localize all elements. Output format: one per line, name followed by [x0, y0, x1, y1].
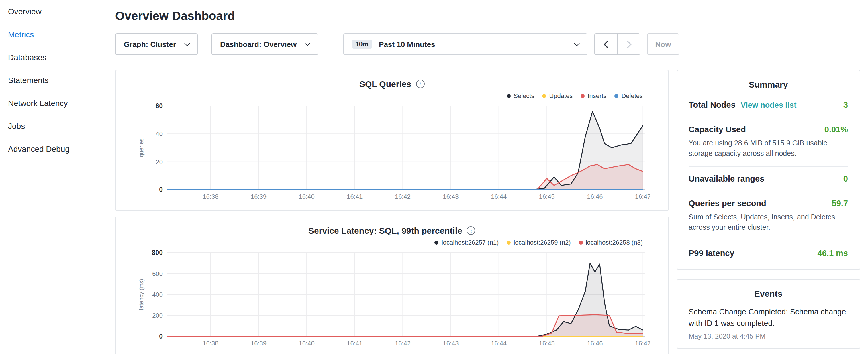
summary-row-top: P99 latency46.1 ms	[689, 248, 848, 257]
events-title: Events	[689, 288, 848, 298]
x-axis-tick-label: 16:40	[299, 193, 314, 200]
sidebar-item-jobs[interactable]: Jobs	[0, 115, 106, 137]
legend-item[interactable]: Deletes	[614, 92, 643, 99]
chart-title: SQL Queries	[359, 79, 411, 89]
x-axis-tick-label: 16:45	[539, 340, 555, 347]
summary-label: Total Nodes	[689, 100, 736, 109]
x-axis-tick-label: 16:42	[395, 193, 410, 200]
summary-value: 0	[843, 174, 848, 184]
x-axis-tick-label: 16:40	[299, 340, 314, 347]
time-back-button[interactable]	[595, 34, 617, 55]
graph-dropdown[interactable]: Graph: Cluster	[115, 33, 198, 55]
series-area	[167, 164, 643, 190]
y-axis-tick-label: 600	[152, 270, 163, 277]
time-pager	[594, 33, 640, 55]
summary-row: Total NodesView nodes list3	[689, 93, 848, 118]
y-axis-tick-label: 200	[152, 312, 163, 319]
summary-value: 59.7	[832, 199, 848, 208]
summary-value: 0.01%	[825, 125, 848, 134]
legend-item[interactable]: localhost:26259 (n2)	[507, 239, 570, 246]
controls-bar: Graph: Cluster Dashboard: Overview 10m P…	[115, 33, 860, 55]
sidebar-item-advanced-debug[interactable]: Advanced Debug	[0, 137, 106, 160]
summary-description: Sum of Selects, Updates, Inserts, and De…	[689, 212, 848, 233]
chevron-down-icon	[184, 40, 190, 46]
x-axis-tick-label: 16:47	[635, 340, 650, 347]
page-title: Overview Dashboard	[115, 9, 860, 23]
chart-panel-sql-queries: SQL Queries i SelectsUpdatesInsertsDelet…	[115, 70, 669, 211]
chart-legend: SelectsUpdatesInsertsDeletes	[125, 91, 659, 100]
sidebar-item-statements[interactable]: Statements	[0, 69, 106, 92]
graph-dropdown-label: Graph: Cluster	[124, 40, 176, 49]
sidebar-item-databases[interactable]: Databases	[0, 46, 106, 69]
x-axis-tick-label: 16:45	[539, 193, 555, 200]
summary-row-top: Queries per second59.7	[689, 199, 848, 208]
summary-row-top: Capacity Used0.01%	[689, 125, 848, 134]
x-axis-tick-label: 16:43	[443, 193, 459, 200]
summary-description: You are using 28.6 MiB of 515.9 GiB usab…	[689, 138, 848, 159]
y-axis-tick-label: 20	[156, 158, 162, 165]
x-axis-tick-label: 16:38	[203, 193, 218, 200]
y-axis-unit-label: latency (ms)	[138, 279, 145, 310]
event-timestamp: May 13, 2020 at 4:45 PM	[689, 332, 848, 340]
now-button[interactable]: Now	[647, 33, 679, 55]
legend-item[interactable]: Inserts	[581, 92, 607, 99]
legend-item[interactable]: localhost:26258 (n3)	[579, 239, 643, 246]
summary-row: Capacity Used0.01%You are using 28.6 MiB…	[689, 118, 848, 167]
summary-value: 3	[843, 100, 848, 109]
time-scale-badge: 10m	[352, 39, 372, 49]
dashboard-dropdown[interactable]: Dashboard: Overview	[212, 33, 318, 55]
legend-item[interactable]: Selects	[507, 92, 534, 99]
summary-label: Queries per second	[689, 199, 766, 208]
x-axis-tick-label: 16:44	[491, 340, 507, 347]
info-icon[interactable]: i	[467, 226, 475, 234]
event-item[interactable]: Schema Change Completed: Schema change w…	[689, 301, 848, 340]
legend-dot-icon	[614, 94, 618, 98]
summary-label: P99 latency	[689, 248, 735, 257]
series-area	[167, 315, 643, 336]
legend-label: localhost:26257 (n1)	[442, 239, 499, 246]
legend-label: localhost:26259 (n2)	[514, 239, 570, 246]
legend-dot-icon	[579, 240, 583, 244]
summary-rows: Total NodesView nodes list3Capacity Used…	[689, 93, 848, 261]
chevron-right-icon	[624, 40, 631, 47]
x-axis-tick-label: 16:47	[635, 193, 650, 200]
summary-title: Summary	[689, 79, 848, 89]
summary-label: Unavailable ranges	[689, 174, 764, 184]
y-axis-tick-label: 0	[159, 186, 163, 193]
summary-label: Capacity Used	[689, 125, 746, 134]
sidebar-item-overview[interactable]: Overview	[0, 0, 106, 23]
info-icon[interactable]: i	[416, 79, 425, 88]
y-axis-tick-label: 800	[152, 249, 162, 256]
legend-dot-icon	[581, 94, 585, 98]
app-root: OverviewMetricsDatabasesStatementsNetwor…	[0, 0, 868, 354]
summary-panel: Summary Total NodesView nodes list3Capac…	[677, 70, 860, 269]
x-axis-tick-label: 16:43	[443, 340, 459, 347]
x-axis-tick-label: 16:44	[491, 193, 507, 200]
right-column: Summary Total NodesView nodes list3Capac…	[677, 70, 860, 349]
main-content: Overview Dashboard Graph: Cluster Dashbo…	[106, 0, 868, 354]
chart-legend: localhost:26257 (n1)localhost:26259 (n2)…	[125, 238, 659, 247]
sidebar-item-metrics[interactable]: Metrics	[0, 23, 106, 46]
sidebar: OverviewMetricsDatabasesStatementsNetwor…	[0, 0, 106, 354]
chart-title-row: Service Latency: SQL, 99th percentile i	[125, 224, 659, 236]
legend-item[interactable]: Updates	[542, 92, 572, 99]
time-range-dropdown[interactable]: 10m Past 10 Minutes	[343, 33, 587, 55]
time-forward-button[interactable]	[617, 34, 640, 55]
dashboard-dropdown-label: Dashboard: Overview	[220, 40, 297, 49]
sidebar-item-network-latency[interactable]: Network Latency	[0, 92, 106, 115]
event-text: Schema Change Completed: Schema change w…	[689, 306, 848, 329]
view-nodes-list-link[interactable]: View nodes list	[741, 101, 797, 109]
y-axis-tick-label: 60	[155, 102, 163, 110]
sql-queries-chart: 16:3816:3916:4016:4116:4216:4316:4416:45…	[134, 101, 650, 203]
summary-row: P99 latency46.1 ms	[689, 241, 848, 261]
summary-row: Unavailable ranges0	[689, 167, 848, 192]
legend-label: Inserts	[587, 92, 607, 99]
chevron-down-icon	[574, 40, 580, 46]
x-axis-tick-label: 16:46	[587, 340, 602, 347]
chart-panel-service-latency: Service Latency: SQL, 99th percentile i …	[115, 217, 669, 354]
chevron-down-icon	[305, 40, 310, 46]
time-controls: 10m Past 10 Minutes Now	[343, 33, 679, 55]
legend-dot-icon	[507, 240, 510, 244]
legend-item[interactable]: localhost:26257 (n1)	[435, 239, 499, 246]
legend-label: Deletes	[621, 92, 643, 99]
